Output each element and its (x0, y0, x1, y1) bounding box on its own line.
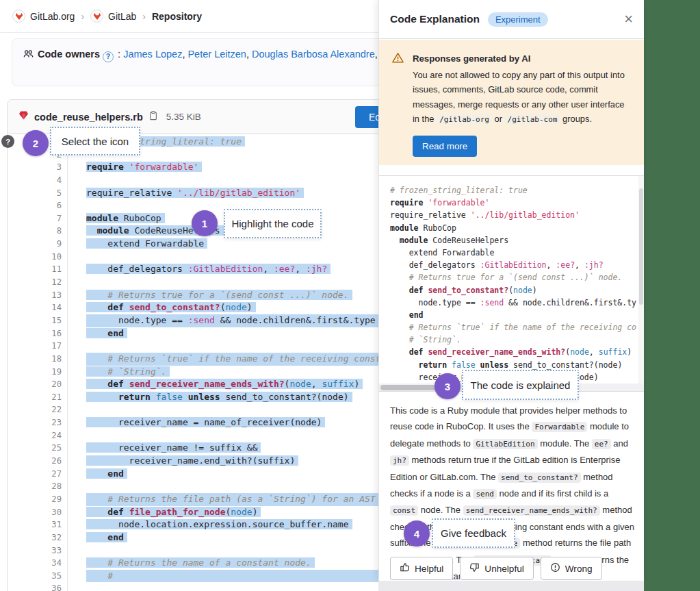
selected-code: def_delegators :GitlabEdition, :ee?, :jh… (86, 264, 330, 274)
ai-warning-banner: Responses generated by AI You are not al… (379, 40, 644, 165)
line-number[interactable]: 11 (8, 263, 68, 276)
gitlab-window: GitLab.org›GitLab›Repository Code owners… (0, 0, 644, 591)
line-number[interactable]: 10 (8, 251, 68, 264)
line-number[interactable]: 23 (8, 416, 68, 429)
line-number[interactable]: 34 (8, 557, 68, 570)
selected-code: module RuboCop (86, 213, 165, 223)
selected-code: receiver_name.end_with?(suffix) (86, 455, 298, 466)
line-number[interactable]: 25 (8, 442, 68, 455)
selected-code: end (86, 468, 127, 479)
snippet-line: def_delegators :GitlabEdition, :ee?, :jh… (390, 259, 644, 271)
line-number[interactable]: 9 (8, 238, 68, 251)
snippet-line: require 'forwardable' (390, 197, 644, 209)
code-owners-label: Code owners (38, 49, 100, 60)
selected-code: require 'forwardable' (86, 162, 202, 172)
line-number[interactable]: 26 (8, 455, 68, 468)
line-number[interactable]: 22 (8, 403, 68, 416)
copy-path-icon[interactable] (148, 111, 158, 123)
line-number[interactable]: 18 (8, 353, 68, 366)
warning-text: You are not allowed to copy any part of … (413, 68, 633, 127)
snippet-line: # `String`. (390, 334, 644, 346)
drawer-title: Code Explanation (390, 13, 480, 25)
feedback-label: Helpful (415, 564, 443, 574)
code-owner-link[interactable]: Peter Leitzen (187, 49, 246, 60)
file-name: code_reuse_helpers.rb (34, 112, 143, 123)
line-number[interactable]: 33 (8, 544, 68, 557)
people-icon (23, 50, 34, 61)
line-number[interactable]: 5 (8, 187, 68, 200)
inline-code-chip: send_to_constant? (498, 473, 581, 483)
selected-code: receiver_name != suffix && (86, 442, 261, 453)
line-number[interactable]: 32 (8, 531, 68, 544)
callout-label-2: Select the icon (50, 127, 140, 155)
line-number[interactable]: 19 (8, 366, 68, 379)
line-number[interactable]: 16 (8, 327, 68, 340)
unhelpful-button[interactable]: Unhelpful (460, 557, 533, 580)
experiment-badge: Experiment (488, 12, 548, 27)
breadcrumb-link[interactable]: GitLab.org (30, 11, 75, 22)
line-number[interactable]: 17 (8, 340, 68, 353)
line-number[interactable]: 12 (8, 276, 68, 289)
snippet-line: require_relative '../lib/gitlab_edition' (390, 209, 644, 221)
line-number[interactable]: 28 (8, 480, 68, 493)
feedback-label: Wrong (565, 564, 593, 574)
thumb-up-icon (400, 562, 410, 575)
vertical-scrollbar[interactable] (638, 176, 644, 391)
code-owner-link[interactable]: Douglas Barbosa Alexandre (252, 49, 375, 60)
drawer-bottom-gap (378, 581, 644, 591)
snippet-line: def send_to_constant?(node) (390, 284, 644, 297)
line-number[interactable]: 4 (8, 174, 68, 187)
close-icon[interactable]: × (624, 12, 633, 27)
line-number[interactable]: 24 (8, 429, 68, 442)
inline-code-chip: send_receiver_name_ends_with? (463, 505, 600, 516)
selected-code: end (86, 328, 127, 338)
exclamation-icon (550, 562, 560, 575)
inline-code-chip: /gitlab-com (505, 114, 560, 125)
line-number[interactable]: 35 (8, 570, 68, 583)
inline-code-chip: send (473, 489, 497, 499)
ruby-file-icon (18, 110, 29, 123)
line-number[interactable]: 27 (8, 468, 68, 481)
code-owner-link[interactable]: James Lopez (123, 49, 182, 60)
warning-triangle-icon (391, 51, 404, 165)
read-more-button[interactable]: Read more (413, 136, 477, 157)
inline-code-chip: const (390, 505, 418, 516)
line-number[interactable]: 31 (8, 518, 68, 531)
wrong-button[interactable]: Wrong (541, 557, 602, 580)
snippet-line: module CodeReuseHelpers (390, 234, 644, 247)
snippet-line: # Returns true for a `(send const ...)` … (390, 271, 644, 284)
ai-explain-gutter-icon[interactable]: ? (1, 135, 14, 148)
breadcrumb-link[interactable]: GitLab (108, 11, 136, 22)
line-number[interactable]: 29 (8, 493, 68, 506)
line-number[interactable]: 30 (8, 506, 68, 519)
line-number[interactable]: 7 (8, 212, 68, 225)
breadcrumb-item: GitLab.org (12, 10, 75, 23)
breadcrumb-link[interactable]: Repository (152, 11, 202, 22)
inline-code-chip: GitlabEdition (473, 439, 537, 449)
selected-code: def send_to_constant?(node) (86, 302, 256, 312)
selected-code: receiver_name = name_of_receiver(node) (86, 417, 325, 427)
gitlab-tanuki-icon (12, 10, 25, 23)
line-number[interactable]: 3 (8, 161, 68, 174)
helpful-button[interactable]: Helpful (390, 557, 453, 580)
snippet-line: end (390, 309, 644, 321)
selected-code: extend Forwardable (86, 238, 207, 249)
snippet-line: extend Forwardable (390, 247, 644, 259)
feedback-buttons: HelpfulUnhelpfulWrong (390, 557, 602, 580)
chevron-right-icon: › (81, 11, 84, 22)
line-number[interactable]: 13 (8, 289, 68, 302)
help-icon[interactable]: ? (103, 51, 114, 62)
line-number[interactable]: 14 (8, 301, 68, 314)
line-number[interactable]: 21 (8, 391, 68, 404)
drawer-header: Code Explanation Experiment × (379, 0, 644, 39)
line-number[interactable]: 20 (8, 378, 68, 391)
line-number[interactable]: 6 (8, 199, 68, 212)
feedback-label: Unhelpful (484, 564, 523, 574)
callout-step-3: 3 (435, 373, 461, 399)
snippet-line: module RuboCop (390, 222, 644, 234)
line-number[interactable]: 15 (8, 314, 68, 327)
thumb-down-icon (469, 562, 480, 575)
callout-label-3: The code is explained (462, 370, 579, 400)
line-number[interactable]: 8 (8, 225, 68, 238)
line-number[interactable]: 36 (8, 582, 68, 591)
